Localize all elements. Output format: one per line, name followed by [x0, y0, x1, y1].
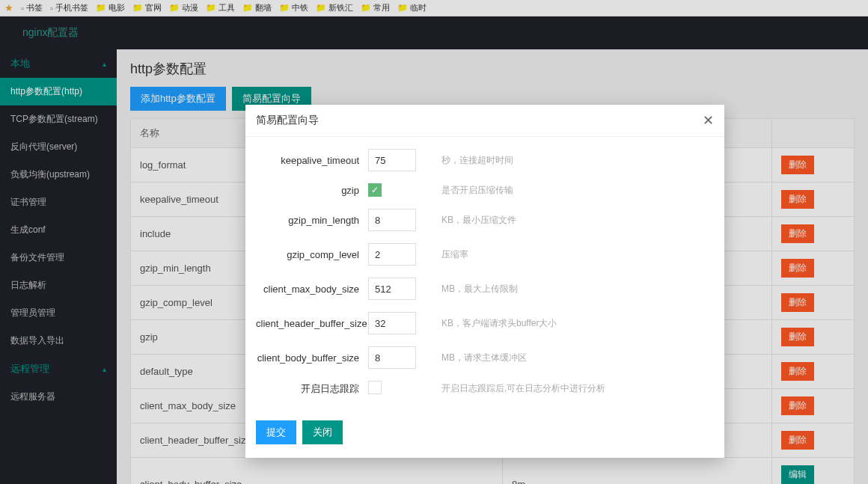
field-control [368, 312, 428, 334]
field-hint: KB，客户端请求头buffer大小 [428, 317, 714, 330]
field-hint: KB，最小压缩文件 [428, 214, 714, 227]
form-row: 开启日志跟踪开启日志跟踪后,可在日志分析中进行分析 [256, 381, 714, 396]
form-row: client_max_body_sizeMB，最大上传限制 [256, 278, 714, 300]
close-button[interactable]: 关闭 [302, 420, 343, 444]
field-label: gzip_min_length [256, 215, 368, 226]
checkbox[interactable]: ✓ [368, 183, 382, 197]
checkbox[interactable] [368, 381, 382, 394]
form-row: gzip✓是否开启压缩传输 [256, 183, 714, 197]
field-control [368, 346, 428, 369]
close-icon[interactable]: ✕ [703, 112, 714, 129]
text-input[interactable] [368, 149, 416, 171]
field-hint: 秒，连接超时时间 [428, 154, 714, 167]
field-label: client_header_buffer_size [256, 318, 368, 329]
field-label: client_body_buffer_size [256, 352, 368, 364]
field-control [368, 243, 428, 266]
field-hint: MB，请求主体缓冲区 [428, 352, 714, 364]
field-hint: 是否开启压缩传输 [428, 184, 714, 197]
field-label: 开启日志跟踪 [256, 382, 368, 396]
field-control [368, 209, 428, 231]
modal-title: 简易配置向导 [256, 114, 319, 127]
field-control [368, 278, 428, 300]
submit-button[interactable]: 提交 [256, 420, 296, 444]
field-hint: 压缩率 [428, 248, 714, 261]
field-control: ✓ [368, 183, 428, 197]
text-input[interactable] [368, 243, 416, 266]
field-label: gzip_comp_level [256, 249, 368, 260]
wizard-modal: 简易配置向导 ✕ keepalive_timeout秒，连接超时时间gzip✓是… [245, 105, 724, 458]
text-input[interactable] [368, 346, 416, 369]
field-hint: MB，最大上传限制 [428, 283, 714, 295]
field-control [368, 381, 428, 396]
field-label: gzip [256, 185, 368, 196]
form-row: client_body_buffer_sizeMB，请求主体缓冲区 [256, 346, 714, 369]
text-input[interactable] [368, 278, 416, 300]
text-input[interactable] [368, 209, 416, 231]
field-label: client_max_body_size [256, 284, 368, 295]
form-row: gzip_comp_level压缩率 [256, 243, 714, 266]
field-label: keepalive_timeout [256, 155, 368, 166]
field-hint: 开启日志跟踪后,可在日志分析中进行分析 [428, 382, 714, 395]
form-row: gzip_min_lengthKB，最小压缩文件 [256, 209, 714, 231]
form-row: client_header_buffer_sizeKB，客户端请求头buffer… [256, 312, 714, 334]
field-control [368, 149, 428, 171]
form-row: keepalive_timeout秒，连接超时时间 [256, 149, 714, 171]
text-input[interactable] [368, 312, 416, 334]
